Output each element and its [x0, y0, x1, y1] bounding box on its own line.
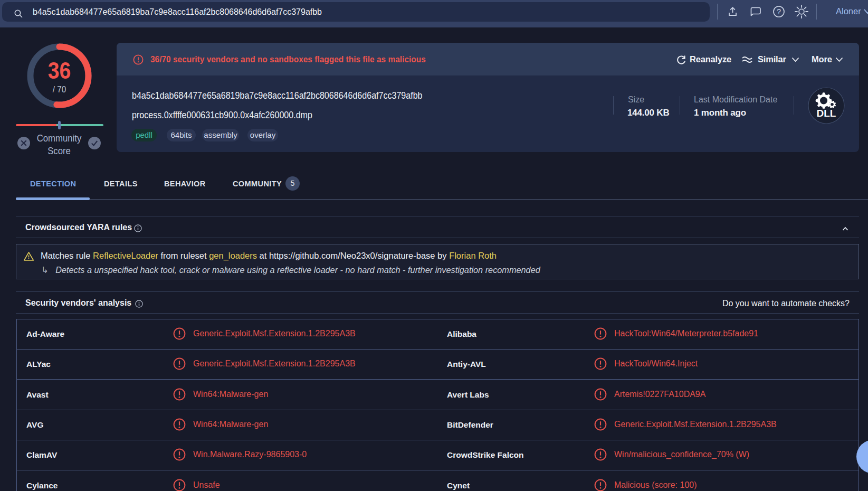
svg-text:DLL: DLL	[817, 108, 836, 119]
svg-text:?: ?	[777, 7, 781, 16]
